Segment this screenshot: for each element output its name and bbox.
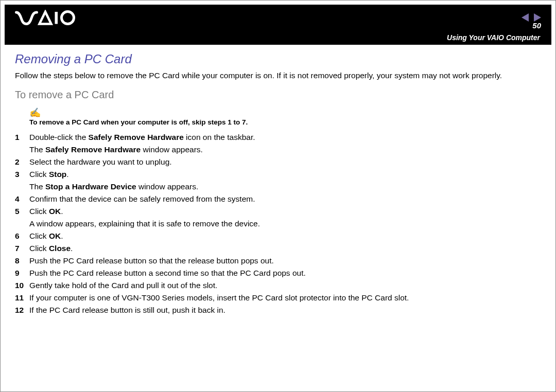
step-5: 5 Click OK. A window appears, explaining… [15, 205, 540, 230]
step-7: 7 Click Close. [15, 242, 540, 255]
step-number: 10 [15, 279, 29, 292]
step-9: 9 Push the PC Card release button a seco… [15, 267, 540, 279]
step-8: 8 Push the PC Card release button so tha… [15, 255, 540, 267]
step-number: 11 [15, 292, 29, 304]
step-number: 1 [15, 131, 29, 144]
step-text: Click Stop. The Stop a Hardware Device w… [29, 168, 540, 193]
note-text: To remove a PC Card when your computer i… [29, 118, 540, 126]
document-page: 50 Using Your VAIO Computer Removing a P… [0, 0, 556, 392]
breadcrumb: Using Your VAIO Computer [447, 33, 540, 42]
svg-rect-0 [55, 12, 58, 24]
step-number: 5 [15, 205, 29, 218]
step-text: Gently take hold of the Card and pull it… [29, 279, 540, 292]
header-bar [5, 5, 551, 30]
step-number: 6 [15, 230, 29, 242]
step-text: Click Close. [29, 242, 540, 255]
step-text: Select the hardware you want to unplug. [29, 156, 540, 168]
step-text: Push the PC Card release button a second… [29, 267, 540, 279]
intro-paragraph: Follow the steps below to remove the PC … [15, 70, 540, 81]
step-text: Push the PC Card release button so that … [29, 255, 540, 267]
step-12: 12 If the PC Card release button is stil… [15, 304, 540, 316]
prev-page-icon[interactable] [522, 13, 529, 22]
next-page-icon[interactable] [534, 13, 541, 22]
sub-heading: To remove a PC Card [15, 89, 540, 101]
nav-arrows [522, 13, 541, 22]
step-4: 4 Confirm that the device can be safely … [15, 193, 540, 205]
svg-point-1 [62, 12, 74, 24]
step-text: Click OK. A window appears, explaining t… [29, 205, 540, 230]
step-number: 12 [15, 304, 29, 316]
step-6: 6 Click OK. [15, 230, 540, 242]
step-number: 7 [15, 242, 29, 255]
step-text: Double-click the Safely Remove Hardware … [29, 131, 540, 156]
step-text: If your computer is one of VGN-T300 Seri… [29, 292, 540, 304]
step-text: If the PC Card release button is still o… [29, 304, 540, 316]
step-number: 2 [15, 156, 29, 168]
step-10: 10 Gently take hold of the Card and pull… [15, 279, 540, 292]
step-11: 11 If your computer is one of VGN-T300 S… [15, 292, 540, 304]
step-text: Confirm that the device can be safely re… [29, 193, 540, 205]
sub-header: Using Your VAIO Computer [5, 30, 551, 45]
page-number: 50 [532, 21, 541, 30]
vaio-logo-icon [15, 10, 77, 25]
steps-list: 1 Double-click the Safely Remove Hardwar… [15, 131, 540, 316]
main-heading: Removing a PC Card [15, 52, 540, 66]
step-number: 8 [15, 255, 29, 267]
step-1: 1 Double-click the Safely Remove Hardwar… [15, 131, 540, 156]
step-3: 3 Click Stop. The Stop a Hardware Device… [15, 168, 540, 193]
step-text: Click OK. [29, 230, 540, 242]
vaio-logo [15, 10, 77, 25]
step-number: 9 [15, 267, 29, 279]
note-block: ✍ To remove a PC Card when your computer… [29, 108, 540, 126]
content-area: Removing a PC Card Follow the steps belo… [15, 52, 540, 316]
step-number: 4 [15, 193, 29, 205]
step-2: 2 Select the hardware you want to unplug… [15, 156, 540, 168]
note-icon: ✍ [29, 108, 540, 117]
step-number: 3 [15, 168, 29, 181]
